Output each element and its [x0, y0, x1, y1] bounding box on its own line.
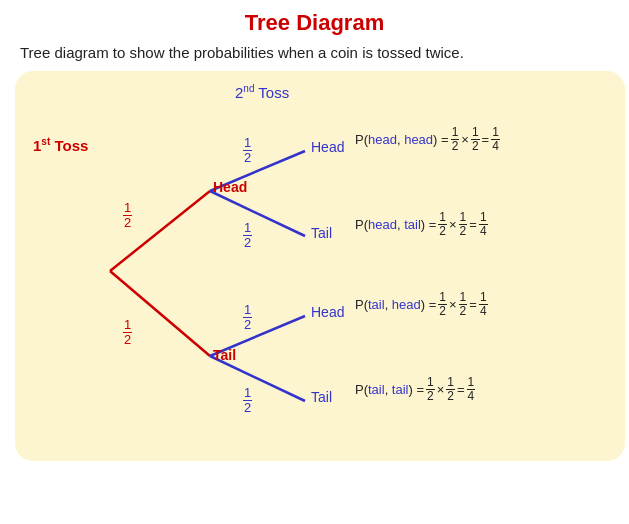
- prob-th: P(tail, head) = 1 2 × 1 2 = 1 4: [355, 291, 488, 318]
- branch-frac-ht: 1 2: [243, 221, 252, 251]
- prob-tt: P(tail, tail) = 1 2 × 1 2 = 1 4: [355, 376, 475, 403]
- end-ht-label: Tail: [311, 225, 332, 241]
- end-th-label: Head: [311, 304, 344, 320]
- subtitle: Tree diagram to show the probabilities w…: [15, 44, 464, 61]
- branch-frac-th: 1 2: [243, 303, 252, 333]
- first-head-label: Head: [213, 179, 247, 195]
- branch-frac-hh: 1 2: [243, 136, 252, 166]
- page-title: Tree Diagram: [15, 10, 614, 36]
- branch-frac-tt: 1 2: [243, 386, 252, 416]
- first-tail-label: Tail: [213, 347, 236, 363]
- prob-ht: P(head, tail) = 1 2 × 1 2 = 1 4: [355, 211, 488, 238]
- svg-line-3: [210, 191, 305, 236]
- prob-hh: P(head, head) = 1 2 × 1 2 = 1 4: [355, 126, 500, 153]
- end-tt-label: Tail: [311, 389, 332, 405]
- diagram-container: 2nd Toss 1st Toss 1 2: [15, 71, 625, 461]
- page: Tree Diagram Tree diagram to show the pr…: [0, 0, 629, 524]
- branch-frac-first-tail: 1 2: [123, 318, 132, 348]
- end-hh-label: Head: [311, 139, 344, 155]
- branch-frac-first-head: 1 2: [123, 201, 132, 231]
